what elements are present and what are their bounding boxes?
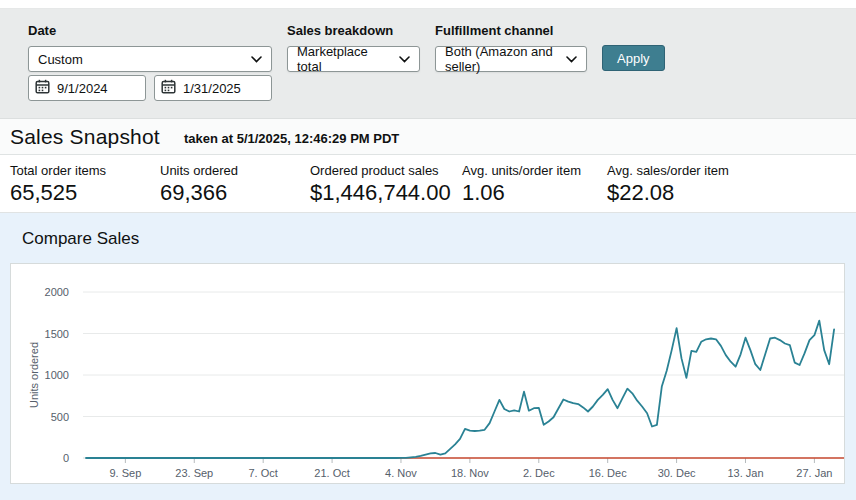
- svg-text:2. Dec: 2. Dec: [523, 467, 555, 479]
- sales-breakdown-select[interactable]: Marketplace total: [287, 46, 420, 72]
- start-date-value: 9/1/2024: [57, 81, 108, 96]
- svg-text:13. Jan: 13. Jan: [727, 467, 763, 479]
- page-title: Sales Snapshot: [10, 125, 160, 149]
- sales-breakdown-selected-value: Marketplace total: [297, 44, 389, 74]
- start-date-input[interactable]: 9/1/2024: [28, 75, 146, 101]
- sales-breakdown-label: Sales breakdown: [287, 23, 420, 38]
- compare-sales-title: Compare Sales: [22, 229, 856, 249]
- svg-text:27. Jan: 27. Jan: [796, 467, 832, 479]
- svg-text:1500: 1500: [45, 328, 69, 340]
- chevron-down-icon: [566, 56, 577, 63]
- sales-snapshot-header: Sales Snapshot taken at 5/1/2025, 12:46:…: [0, 119, 856, 155]
- date-label: Date: [28, 23, 272, 38]
- calendar-icon: [35, 79, 50, 97]
- stat-total-order-items: Total order items 65,525: [10, 163, 160, 212]
- fulfillment-channel-select[interactable]: Both (Amazon and seller): [435, 46, 587, 72]
- svg-text:2000: 2000: [45, 286, 69, 298]
- stat-value: 69,366: [160, 180, 310, 206]
- date-filter-group: Date Custom 9/1/2024 1/31/2025: [28, 23, 272, 101]
- stat-label: Avg. units/order item: [462, 163, 607, 178]
- svg-text:23. Sep: 23. Sep: [175, 467, 213, 479]
- stat-avg-sales-per-order: Avg. sales/order item $22.08: [607, 163, 729, 212]
- sales-breakdown-group: Sales breakdown Marketplace total: [287, 23, 420, 72]
- stat-label: Total order items: [10, 163, 160, 178]
- svg-text:4. Nov: 4. Nov: [385, 467, 417, 479]
- stat-label: Ordered product sales: [310, 163, 462, 178]
- chevron-down-icon: [251, 56, 262, 63]
- svg-text:9. Sep: 9. Sep: [109, 467, 141, 479]
- stat-value: $1,446,744.00: [310, 180, 462, 206]
- stat-avg-units-per-order: Avg. units/order item 1.06: [462, 163, 607, 212]
- chevron-down-icon: [399, 56, 410, 63]
- end-date-input[interactable]: 1/31/2025: [154, 75, 272, 101]
- calendar-icon: [161, 79, 176, 97]
- top-strip: [0, 0, 856, 9]
- date-inputs-row: 9/1/2024 1/31/2025: [28, 75, 272, 101]
- svg-text:21. Oct: 21. Oct: [314, 467, 349, 479]
- filter-panel: Date Custom 9/1/2024 1/31/2025 Sales b: [0, 9, 856, 119]
- svg-text:500: 500: [51, 411, 69, 423]
- date-range-selected-value: Custom: [38, 52, 83, 67]
- svg-text:18. Nov: 18. Nov: [451, 467, 489, 479]
- svg-text:30. Dec: 30. Dec: [658, 467, 696, 479]
- stat-label: Units ordered: [160, 163, 310, 178]
- stat-value: 1.06: [462, 180, 607, 206]
- stat-value: 65,525: [10, 180, 160, 206]
- fulfillment-channel-selected-value: Both (Amazon and seller): [445, 44, 556, 74]
- date-range-select[interactable]: Custom: [28, 46, 272, 72]
- apply-button[interactable]: Apply: [602, 45, 665, 71]
- snapshot-timestamp: taken at 5/1/2025, 12:46:29 PM PDT: [184, 128, 399, 146]
- stat-ordered-product-sales: Ordered product sales $1,446,744.00: [310, 163, 462, 212]
- stat-units-ordered: Units ordered 69,366: [160, 163, 310, 212]
- svg-text:Units ordered: Units ordered: [28, 342, 40, 408]
- svg-text:1000: 1000: [45, 369, 69, 381]
- svg-text:16. Dec: 16. Dec: [589, 467, 627, 479]
- stat-value: $22.08: [607, 180, 729, 206]
- fulfillment-channel-group: Fulfillment channel Both (Amazon and sel…: [435, 23, 587, 72]
- snapshot-stats-row: Total order items 65,525 Units ordered 6…: [0, 155, 856, 213]
- end-date-value: 1/31/2025: [183, 81, 241, 96]
- svg-text:0: 0: [63, 452, 69, 464]
- stat-label: Avg. sales/order item: [607, 163, 729, 178]
- svg-text:7. Oct: 7. Oct: [249, 467, 278, 479]
- compare-sales-chart-card: 0500100015002000Units ordered9. Sep23. S…: [10, 263, 845, 484]
- fulfillment-channel-label: Fulfillment channel: [435, 23, 587, 38]
- compare-sales-section: Compare Sales 0500100015002000Units orde…: [0, 213, 856, 500]
- compare-sales-line-chart: 0500100015002000Units ordered9. Sep23. S…: [11, 264, 846, 485]
